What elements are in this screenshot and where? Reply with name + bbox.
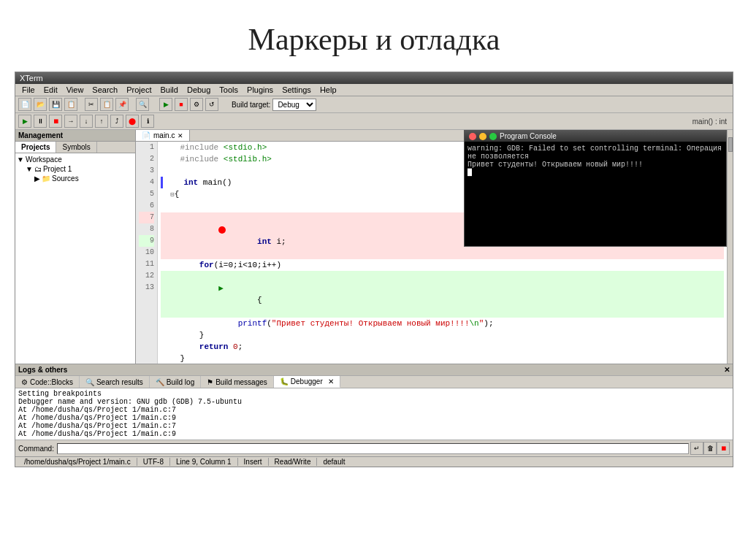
- rebuild-button[interactable]: ↺: [205, 98, 218, 111]
- open-button[interactable]: 📂: [34, 98, 47, 111]
- command-stop-button[interactable]: ⏹: [717, 442, 730, 455]
- find-button[interactable]: 🔍: [136, 98, 149, 111]
- function-display: main() : int: [692, 118, 727, 126]
- tree-workspace[interactable]: ▼ Workspace: [17, 155, 134, 164]
- code-line-8: for(i=0;i<10;i++): [161, 259, 724, 271]
- run-button[interactable]: ▶: [159, 98, 172, 111]
- cut-button[interactable]: ✂: [85, 98, 98, 111]
- debug-pause-button[interactable]: ⏸: [34, 115, 47, 128]
- debug-run-button[interactable]: ▶: [18, 115, 31, 128]
- project1-icon: ▼: [26, 165, 33, 173]
- tab-projects[interactable]: Projects: [15, 142, 56, 153]
- logs-tab-debugger[interactable]: 🐛 Debugger ✕: [274, 376, 340, 388]
- workspace-label: Workspace: [26, 156, 62, 164]
- menu-project[interactable]: Project: [123, 85, 155, 95]
- status-encoding: UTF-8: [137, 458, 170, 466]
- breakpoint-button[interactable]: ⬤: [126, 115, 139, 128]
- page-title: Маркеры и отладка: [0, 0, 748, 72]
- debug-return-button[interactable]: ↑: [95, 115, 108, 128]
- logs-tab-buildmessages[interactable]: ⚑ Build messages: [201, 376, 274, 388]
- logs-titlebar: Logs & others ✕: [15, 364, 733, 376]
- code-line-13: }: [161, 353, 724, 364]
- editor-tab-main[interactable]: 📄 main.c ✕: [136, 130, 190, 141]
- log-line-3: At /home/dusha/qs/Project 1/main.c:9: [18, 414, 730, 422]
- tree-project1[interactable]: ▼ 🗂 Project 1: [26, 164, 134, 174]
- build-button[interactable]: ⚙: [190, 98, 203, 111]
- menu-edit[interactable]: Edit: [40, 85, 61, 95]
- command-submit-button[interactable]: ↵: [690, 442, 703, 455]
- tab-symbols[interactable]: Symbols: [56, 142, 96, 153]
- project1-folder-icon: 🗂: [34, 165, 42, 173]
- console-max-dot[interactable]: [489, 133, 497, 140]
- console-line-1: warning: GDB: Failed to set controlling …: [468, 145, 723, 161]
- sources-expand-icon: ▶: [34, 174, 40, 183]
- menu-build[interactable]: Build: [156, 85, 181, 95]
- tree-sources[interactable]: ▶ 📁 Sources: [34, 174, 134, 183]
- menu-tools[interactable]: Tools: [215, 85, 242, 95]
- menu-search[interactable]: Search: [88, 85, 121, 95]
- menu-plugins[interactable]: Plugins: [243, 85, 277, 95]
- save-all-button[interactable]: 📋: [64, 98, 77, 111]
- project-tree: ▼ Workspace ▼ 🗂 Project 1 ▶ 📁 Sources: [15, 153, 135, 364]
- console-min-dot[interactable]: [479, 133, 486, 140]
- console-titlebar: Program Console: [465, 131, 726, 142]
- status-mode: Insert: [238, 458, 269, 466]
- ide-window: XTerm File Edit View Search Project Buil…: [15, 72, 733, 467]
- debug-step-button[interactable]: ↓: [80, 115, 93, 128]
- logs-tab-buildlog[interactable]: 🔨 Build log: [150, 376, 201, 388]
- command-clear-button[interactable]: 🗑: [703, 442, 717, 455]
- stop-button[interactable]: ■: [175, 98, 188, 111]
- scrollbar-thumb[interactable]: [728, 137, 733, 152]
- line-num-5: 5: [139, 188, 154, 200]
- console-overlay[interactable]: Program Console warning: GDB: Failed to …: [464, 130, 727, 247]
- tab-close-button[interactable]: ✕: [178, 132, 183, 139]
- line-num-10: 10: [139, 247, 154, 258]
- line-num-6: 6: [139, 200, 154, 212]
- menu-help[interactable]: Help: [316, 85, 340, 95]
- search-results-icon: 🔍: [85, 378, 94, 386]
- log-line-0: Setting breakpoints: [18, 390, 730, 398]
- log-line-1: Debugger name and version: GNU gdb (GDB)…: [18, 398, 730, 406]
- logs-close-icon[interactable]: ✕: [724, 366, 730, 374]
- line-num-13: 13: [139, 282, 154, 294]
- status-access: Read/Write: [269, 458, 318, 466]
- paste-button[interactable]: 📌: [115, 98, 129, 111]
- debug-stop-button[interactable]: ⏹: [49, 115, 62, 128]
- copy-button[interactable]: 📋: [100, 98, 113, 111]
- build-target-select[interactable]: Debug: [272, 99, 316, 111]
- command-input[interactable]: [57, 443, 689, 454]
- menu-file[interactable]: File: [18, 85, 39, 95]
- logs-command-bar: Command: ↵ 🗑 ⏹: [15, 440, 733, 456]
- save-button[interactable]: 💾: [49, 98, 62, 111]
- build-target-label: Build target:: [232, 101, 270, 109]
- logs-tabs: ⚙ Code::Blocks 🔍 Search results 🔨 Build …: [15, 376, 733, 388]
- console-close-dot[interactable]: [469, 133, 476, 140]
- menu-debug[interactable]: Debug: [183, 85, 214, 95]
- log-line-5: At /home/dusha/qs/Project 1/main.c:9: [18, 430, 730, 438]
- status-lang: default: [317, 458, 351, 466]
- logs-panel: Logs & others ✕ ⚙ Code::Blocks 🔍 Search …: [15, 364, 733, 456]
- line-num-9: 9: [139, 235, 154, 247]
- debug-next-button[interactable]: →: [64, 115, 77, 128]
- menu-settings[interactable]: Settings: [278, 85, 315, 95]
- left-panel: Management Projects Symbols ▼ Workspace …: [15, 130, 136, 364]
- logs-tab-codeblocks[interactable]: ⚙ Code::Blocks: [15, 376, 80, 388]
- codeblocks-icon: ⚙: [21, 378, 28, 386]
- tab-file-icon: 📄: [142, 131, 150, 139]
- workspace-icon: ▼: [17, 156, 24, 164]
- editor-scrollbar[interactable]: [727, 130, 733, 364]
- line-num-11: 11: [139, 258, 154, 270]
- new-button[interactable]: 📄: [18, 98, 31, 111]
- menu-view[interactable]: View: [63, 85, 88, 95]
- info-button[interactable]: ℹ: [141, 115, 154, 128]
- logs-tab-search[interactable]: 🔍 Search results: [80, 376, 150, 388]
- line-num-8: 8: [139, 223, 154, 235]
- sources-folder-icon: 📁: [42, 174, 50, 183]
- log-line-4: At /home/dusha/qs/Project 1/main.c:7: [18, 422, 730, 430]
- debugger-tab-close[interactable]: ✕: [328, 377, 334, 386]
- status-bar: /home/dusha/qs/Project 1/main.c UTF-8 Li…: [15, 456, 733, 467]
- logs-content: Setting breakpoints Debugger name and ve…: [15, 388, 733, 440]
- debug-out-button[interactable]: ⤴: [110, 115, 123, 128]
- console-title-text: Program Console: [500, 132, 557, 140]
- logs-title-text: Logs & others: [18, 366, 67, 374]
